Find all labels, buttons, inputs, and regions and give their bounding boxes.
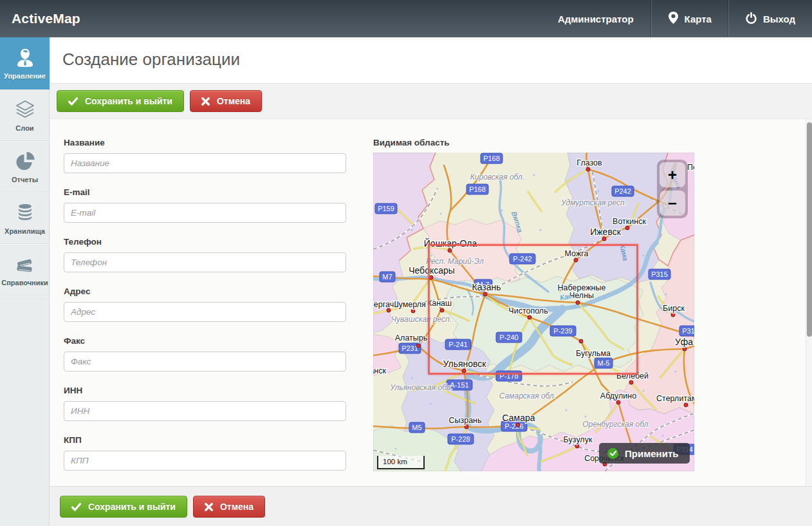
road-badge: Р-228 xyxy=(448,434,474,444)
fax-input[interactable] xyxy=(64,352,346,371)
zoom-in-button[interactable]: + xyxy=(660,162,685,187)
field-email: E-mail xyxy=(64,187,347,223)
logout-link[interactable]: Выход xyxy=(729,0,812,37)
field-label: Название xyxy=(64,138,347,147)
city-label: Алатырь xyxy=(395,333,427,343)
city-dot xyxy=(684,403,688,407)
apply-button-label: Применить xyxy=(625,448,678,459)
visible-area-label: Видимая область xyxy=(373,138,694,147)
city-label: Саранск xyxy=(373,366,387,375)
field-label: Телефон xyxy=(64,237,347,247)
city-label: Уфа xyxy=(675,337,693,347)
sidebar-item-label: Слои xyxy=(15,124,33,132)
user-icon xyxy=(14,46,37,70)
apply-button[interactable]: Применить xyxy=(599,443,690,464)
city-label: Глазов xyxy=(577,158,602,167)
city-label: Пермь xyxy=(687,163,694,172)
region-label: Самарская обл. xyxy=(499,391,556,400)
map-scale-bar: 100 km xyxy=(377,456,425,469)
sidebar-item-label: Управление xyxy=(4,72,46,80)
sidebar: Управление Слои Отчеты xyxy=(0,37,50,526)
map-link-label: Карта xyxy=(685,14,712,24)
city-dot xyxy=(625,226,629,230)
sidebar-item-storages[interactable]: Хранилища xyxy=(0,193,50,244)
current-user[interactable]: Администратор xyxy=(541,0,651,37)
check-icon xyxy=(71,503,81,511)
sidebar-item-reports[interactable]: Отчеты xyxy=(0,141,50,193)
region-label: Кировская обл. xyxy=(470,173,524,182)
svg-text:Р315: Р315 xyxy=(651,270,668,278)
sidebar-item-label: Справочники xyxy=(1,279,48,286)
form-fields: Название E-mail Телефон Адрес Факс xyxy=(64,138,347,485)
phone-input[interactable] xyxy=(64,252,346,272)
road-badge: Р315 xyxy=(649,269,670,279)
page-title: Создание организации xyxy=(50,37,812,70)
cancel-button-label: Отмена xyxy=(217,96,250,106)
form-panel: Название E-mail Телефон Адрес Факс xyxy=(50,119,812,486)
field-fax: Факс xyxy=(64,336,347,371)
city-dot xyxy=(671,313,675,317)
email-input[interactable] xyxy=(64,203,346,223)
name-input[interactable] xyxy=(64,153,346,173)
city-dot xyxy=(683,347,687,351)
svg-text:Р-228: Р-228 xyxy=(451,435,470,443)
city-label: Шумерля xyxy=(391,300,426,309)
city-dot xyxy=(616,400,620,404)
city-label: Ижевск xyxy=(590,227,621,237)
road-badge: Р242 xyxy=(612,186,634,196)
sidebar-item-management[interactable]: Управление xyxy=(0,37,50,89)
road-badge: М7 xyxy=(380,272,395,282)
city-dot xyxy=(516,423,520,427)
field-kpp: КПП xyxy=(64,435,347,471)
field-inn: ИНН xyxy=(64,386,347,421)
svg-text:Р-226: Р-226 xyxy=(504,422,523,430)
city-label: Самара xyxy=(502,413,535,423)
zoom-out-button[interactable]: − xyxy=(660,191,685,216)
svg-text:Р242: Р242 xyxy=(614,187,631,195)
main-content: Создание организации Сохранить и выйти О… xyxy=(50,37,812,526)
field-label: КПП xyxy=(64,435,347,445)
save-button[interactable]: Сохранить и выйти xyxy=(57,90,184,112)
svg-text:Р168: Р168 xyxy=(469,185,486,193)
inn-input[interactable] xyxy=(64,401,346,421)
city-dot xyxy=(575,444,579,448)
svg-text:М5: М5 xyxy=(412,424,421,431)
sidebar-item-layers[interactable]: Слои xyxy=(0,89,50,141)
panel-scrollbar-thumb[interactable] xyxy=(807,122,812,337)
city-dot xyxy=(411,309,415,313)
header-right: Администратор Карта Выход xyxy=(541,0,812,37)
svg-text:Р159: Р159 xyxy=(378,205,394,212)
field-label: Адрес xyxy=(64,286,347,296)
city-dot xyxy=(465,425,468,429)
cancel-button-label: Отмена xyxy=(220,502,254,512)
city-label: Сызрань xyxy=(448,416,481,425)
panel-scrollbar[interactable] xyxy=(806,119,812,486)
kpp-input[interactable] xyxy=(64,451,346,471)
address-input[interactable] xyxy=(64,302,346,322)
svg-text:М7: М7 xyxy=(382,273,392,281)
city-dot xyxy=(602,237,606,241)
map-canvas[interactable]: Р168Р168Р242Р159Р-242М7М-7Р315Р-239Р315Р… xyxy=(373,153,694,471)
svg-text:Р168: Р168 xyxy=(483,155,500,162)
city-label: Сергач xyxy=(373,300,394,309)
svg-text:Р315: Р315 xyxy=(682,327,694,335)
region-label: Оренбургская обл. xyxy=(582,420,651,429)
road-badge: Р168 xyxy=(466,184,488,194)
city-dot xyxy=(416,344,420,348)
sidebar-item-directories[interactable]: Справочники xyxy=(0,244,50,296)
city-label: Бирск xyxy=(663,304,685,313)
map-pin-icon xyxy=(669,12,678,26)
footer-bar: Сохранить и выйти Отмена xyxy=(50,486,812,526)
road-badge: Р315 xyxy=(679,326,694,336)
map-section: Видимая область xyxy=(373,138,694,485)
apply-check-icon xyxy=(607,448,618,459)
save-button-bottom[interactable]: Сохранить и выйти xyxy=(60,496,187,518)
app-logo: ActiveMap xyxy=(12,11,80,26)
city-marker: Саранск xyxy=(373,366,387,375)
user-name: Администратор xyxy=(558,14,634,24)
cancel-button-bottom[interactable]: Отмена xyxy=(193,496,265,518)
map-link[interactable]: Карта xyxy=(652,0,728,37)
map-selection-rect[interactable] xyxy=(428,244,638,375)
cancel-button[interactable]: Отмена xyxy=(190,90,262,112)
toolbar: Сохранить и выйти Отмена xyxy=(50,83,812,119)
